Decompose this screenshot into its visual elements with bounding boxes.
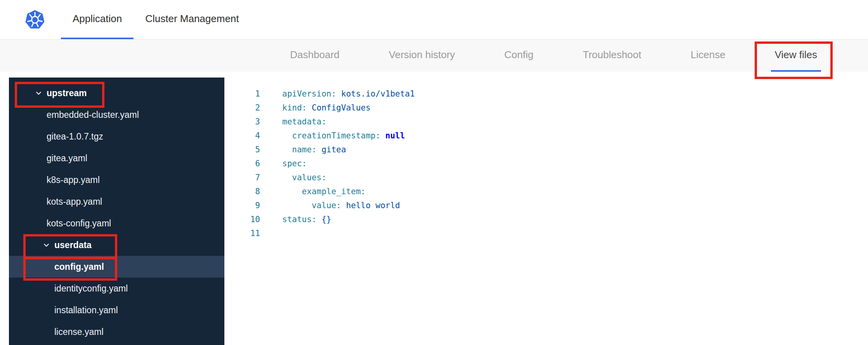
line-number: 8 [224,185,260,198]
code-line: 9 value: hello world [224,198,868,212]
line-number: 3 [224,115,260,129]
line-number: 1 [224,87,260,101]
code-line: 2kind: ConfigValues [224,101,868,115]
file-label: gitea.yaml [47,153,87,164]
header-tabs: ApplicationCluster Management [61,0,251,39]
file-item-gitea-1-0-7-tgz[interactable]: gitea-1.0.7.tgz [9,126,224,147]
code-line-text: metadata: [282,115,326,129]
file-item-embedded-cluster-yaml[interactable]: embedded-cluster.yaml [9,104,224,126]
tab-view-files[interactable]: View files [771,40,821,72]
file-label: license.yaml [54,327,104,337]
tab-application[interactable]: Application [61,0,134,39]
file-label: embedded-cluster.yaml [47,110,139,120]
tab-cluster-management[interactable]: Cluster Management [134,0,250,39]
file-item-installation-yaml[interactable]: installation.yaml [9,299,224,321]
tab-license[interactable]: License [687,40,729,72]
code-line: 7 values: [224,171,868,185]
chevron-down-icon [43,242,50,248]
file-item-gitea-yaml[interactable]: gitea.yaml [9,147,224,169]
file-tree: upstreamembedded-cluster.yamlgitea-1.0.7… [9,78,224,345]
tab-dashboard[interactable]: Dashboard [286,40,343,72]
file-label: k8s-app.yaml [47,175,100,185]
code-line-text: kind: ConfigValues [282,101,371,115]
line-number: 10 [224,212,260,226]
folder-label: userdata [54,240,92,250]
code-line-text: status: {} [282,212,331,226]
code-line: 1apiVersion: kots.io/v1beta1 [224,87,868,101]
line-number: 4 [224,129,260,143]
file-label: identityconfig.yaml [54,283,128,294]
line-number: 11 [224,226,260,240]
top-header: ApplicationCluster Management [0,0,868,40]
file-item-kots-config-yaml[interactable]: kots-config.yaml [9,212,224,234]
file-label: gitea-1.0.7.tgz [47,131,103,142]
content: upstreamembedded-cluster.yamlgitea-1.0.7… [0,72,868,345]
code-line-text: creationTimestamp: null [282,129,405,143]
code-line: 10status: {} [224,212,868,226]
line-number: 2 [224,101,260,115]
code-line: 3metadata: [224,115,868,129]
line-number: 6 [224,157,260,171]
code-line-text: spec: [282,157,307,171]
tab-config[interactable]: Config [500,40,537,72]
file-label: kots-config.yaml [47,218,111,229]
code-line-text: value: hello world [282,198,400,212]
code-line: 8 example_item: [224,185,868,198]
folder-item-userdata[interactable]: userdata [9,234,224,256]
folder-label: upstream [47,88,87,98]
folder-item-upstream[interactable]: upstream [9,82,224,104]
file-label: kots-app.yaml [47,197,102,207]
code-line: 5 name: gitea [224,143,868,157]
code-editor[interactable]: 1apiVersion: kots.io/v1beta12kind: Confi… [224,78,868,345]
code-line: 6spec: [224,157,868,171]
tab-troubleshoot[interactable]: Troubleshoot [579,40,645,72]
code-line-text: apiVersion: kots.io/v1beta1 [282,87,415,101]
file-item-k8s-app-yaml[interactable]: k8s-app.yaml [9,169,224,191]
file-label: config.yaml [54,262,104,272]
code-line-text: values: [282,171,326,185]
code-line: 11 [224,226,868,240]
file-label: installation.yaml [54,305,118,316]
line-number: 5 [224,143,260,157]
chevron-down-icon [35,90,42,97]
code-line: 4 creationTimestamp: null [224,129,868,143]
code-line-text: example_item: [282,185,366,198]
subnav-tabs: DashboardVersion historyConfigTroublesho… [0,40,868,72]
file-item-license-yaml[interactable]: license.yaml [9,321,224,343]
kubernetes-logo-icon [25,0,45,39]
file-item-config-yaml[interactable]: config.yaml [9,256,224,278]
file-item-identityconfig-yaml[interactable]: identityconfig.yaml [9,278,224,299]
tab-version-history[interactable]: Version history [385,40,459,72]
file-item-kots-app-yaml[interactable]: kots-app.yaml [9,191,224,212]
line-number: 7 [224,171,260,185]
line-number: 9 [224,198,260,212]
code-area: 1apiVersion: kots.io/v1beta12kind: Confi… [224,87,868,240]
code-line-text: name: gitea [282,143,346,157]
